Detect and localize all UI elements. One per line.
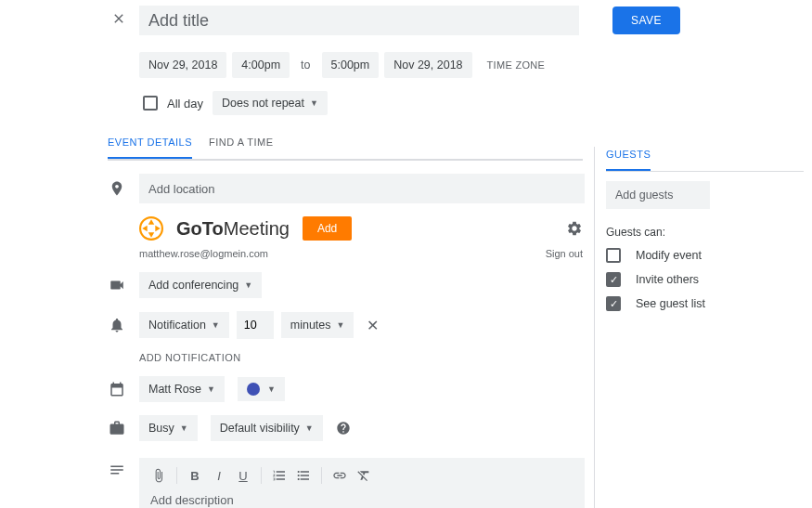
briefcase-icon — [108, 420, 126, 436]
numbered-list-icon[interactable] — [269, 465, 290, 486]
bullet-list-icon[interactable] — [293, 465, 314, 486]
allday-label: All day — [167, 97, 203, 111]
gotomeeting-add-button[interactable]: Add — [303, 216, 352, 241]
see-guest-list-checkbox[interactable] — [606, 296, 621, 311]
underline-icon[interactable]: U — [233, 465, 253, 486]
calendar-icon — [108, 381, 126, 397]
gotomeeting-email: matthew.rose@logmein.com — [139, 248, 268, 259]
repeat-label: Does not repeat — [222, 97, 304, 110]
invite-others-label: Invite others — [636, 273, 699, 286]
close-icon[interactable] — [111, 11, 126, 26]
conferencing-dropdown[interactable]: Add conferencing ▼ — [139, 272, 262, 298]
attach-icon[interactable] — [148, 465, 169, 486]
remove-notification-icon[interactable]: ✕ — [361, 317, 384, 334]
add-notification-button[interactable]: ADD NOTIFICATION — [139, 352, 594, 363]
link-icon[interactable] — [329, 465, 350, 486]
allday-checkbox[interactable] — [143, 96, 158, 111]
help-icon[interactable] — [336, 421, 351, 436]
signout-link[interactable]: Sign out — [546, 248, 583, 259]
color-dot — [247, 383, 260, 396]
repeat-dropdown[interactable]: Does not repeat ▼ — [213, 91, 328, 115]
italic-icon[interactable]: I — [209, 465, 229, 486]
conferencing-label: Add conferencing — [148, 279, 238, 292]
end-date[interactable]: Nov 29, 2018 — [384, 52, 471, 78]
location-input[interactable] — [139, 174, 585, 203]
visibility-dropdown[interactable]: Default visibility ▼ — [211, 415, 323, 441]
location-icon — [108, 180, 126, 197]
chevron-down-icon: ▼ — [337, 320, 345, 330]
chevron-down-icon: ▼ — [244, 280, 252, 290]
chevron-down-icon: ▼ — [180, 423, 188, 433]
chevron-down-icon: ▼ — [212, 320, 220, 330]
description-placeholder: Add description — [139, 493, 585, 508]
calendar-owner-dropdown[interactable]: Matt Rose ▼ — [139, 376, 225, 402]
gotomeeting-brand: GoToMeeting — [176, 218, 290, 240]
gotomeeting-logo — [139, 216, 163, 241]
to-label: to — [295, 59, 316, 72]
notification-unit-dropdown[interactable]: minutes ▼ — [281, 312, 354, 338]
tab-guests[interactable]: GUESTS — [606, 149, 651, 171]
bold-icon[interactable]: B — [185, 465, 205, 486]
invite-others-checkbox[interactable] — [606, 272, 621, 287]
tab-find-time[interactable]: FIND A TIME — [209, 137, 273, 159]
calendar-color-dropdown[interactable]: ▼ — [238, 377, 285, 401]
modify-event-checkbox[interactable] — [606, 248, 621, 263]
busy-dropdown[interactable]: Busy ▼ — [139, 415, 198, 441]
gear-icon[interactable] — [566, 220, 583, 237]
save-button[interactable]: SAVE — [612, 7, 680, 34]
title-input[interactable] — [139, 6, 579, 35]
chevron-down-icon: ▼ — [310, 98, 318, 108]
chevron-down-icon: ▼ — [305, 423, 314, 433]
description-icon — [108, 462, 126, 478]
start-time[interactable]: 4:00pm — [232, 52, 290, 78]
tab-event-details[interactable]: EVENT DETAILS — [108, 137, 192, 159]
bell-icon — [108, 317, 126, 333]
timezone-link[interactable]: TIME ZONE — [478, 59, 546, 71]
end-time[interactable]: 5:00pm — [322, 52, 380, 78]
notification-type-dropdown[interactable]: Notification ▼ — [139, 312, 229, 338]
see-guest-list-label: See guest list — [636, 297, 705, 310]
clear-format-icon[interactable] — [354, 465, 374, 486]
guests-input[interactable] — [606, 181, 710, 209]
modify-event-label: Modify event — [636, 249, 702, 262]
chevron-down-icon: ▼ — [207, 384, 215, 394]
start-date[interactable]: Nov 29, 2018 — [139, 52, 226, 78]
chevron-down-icon: ▼ — [267, 384, 276, 394]
description-box[interactable]: B I U Add description — [139, 458, 585, 508]
notification-value-input[interactable] — [237, 311, 274, 339]
video-icon — [108, 277, 126, 293]
guests-can-label: Guests can: — [606, 226, 804, 239]
